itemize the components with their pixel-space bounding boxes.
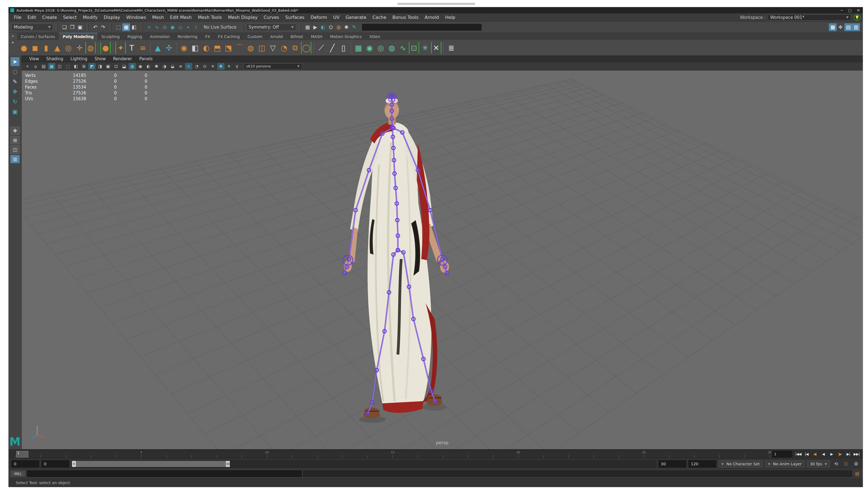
lock-camera-icon[interactable]: ⌂ [32, 63, 39, 70]
group-divider[interactable] [242, 24, 243, 31]
menu-display[interactable]: Display [101, 13, 123, 22]
quad-draw-icon[interactable]: ▦ [353, 42, 364, 54]
make-live-icon[interactable]: ⌖ [184, 23, 192, 31]
separate-icon[interactable]: ◧ [190, 42, 200, 54]
x-ray-joints-icon[interactable]: ✥ [217, 63, 224, 70]
light-editor-icon[interactable]: ✺ [343, 23, 350, 31]
channel-box-toggle[interactable]: ▥ [852, 23, 860, 31]
paint-select-tool[interactable]: ✎ [11, 77, 20, 86]
snap-point-icon[interactable]: ⊙ [161, 23, 169, 31]
play-backwards-button[interactable]: ◀ [819, 451, 827, 458]
group-divider[interactable] [110, 24, 112, 31]
paint-effects-icon[interactable]: ✎ [350, 23, 358, 31]
render-settings-icon[interactable]: ⛭ [327, 23, 335, 31]
panel-menu-view[interactable]: View [26, 56, 43, 61]
panel-menu-lighting[interactable]: Lighting [67, 56, 91, 61]
viewport-canvas[interactable]: Verts1418500Edges2752600Faces1353400Tris… [22, 70, 863, 449]
shelf-tab-animation[interactable]: Animation [146, 33, 174, 40]
menu-select[interactable]: Select [60, 13, 80, 22]
menu-windows[interactable]: Windows [123, 13, 149, 22]
poly-disc-icon[interactable]: ◍ [85, 42, 96, 54]
animation-end-field[interactable]: 120 [689, 460, 716, 467]
field-chart-icon[interactable]: ▣ [104, 63, 112, 70]
step-forward-frame-button[interactable]: ▶| [844, 451, 852, 458]
lasso-tool[interactable]: ◌ [11, 67, 20, 76]
gamma-icon[interactable]: γ [233, 63, 241, 70]
workspace-selector[interactable]: Workspace 001* ▼ [768, 14, 851, 21]
super-shape-icon[interactable]: ● [100, 42, 111, 54]
group-divider[interactable] [87, 24, 89, 31]
image-plane-icon[interactable]: ◫ [56, 63, 63, 70]
construction-plane-icon[interactable]: ▲ [153, 42, 163, 54]
menu-create[interactable]: Create [39, 13, 60, 22]
menu-generate[interactable]: Generate [343, 13, 369, 22]
use-all-lights-icon[interactable]: ✺ [153, 63, 160, 70]
menu-deform[interactable]: Deform [308, 13, 330, 22]
group-divider[interactable] [56, 24, 58, 31]
menu-uv[interactable]: UV [330, 13, 343, 22]
camera-attributes-icon[interactable]: ▤ [40, 63, 47, 70]
scale-tool[interactable]: ▣ [11, 107, 20, 116]
circularize-icon[interactable]: ◯ [301, 42, 311, 54]
safe-title-icon[interactable]: ⬓ [121, 63, 128, 70]
minimize-button[interactable]: ─ [841, 8, 843, 12]
layout-single-pane-button[interactable]: ✥ [10, 127, 20, 135]
poly-torus-icon[interactable]: ◎ [63, 42, 74, 54]
animation-start-field[interactable]: 0 [11, 460, 39, 467]
menu-edit[interactable]: Edit [24, 13, 39, 22]
combine-icon[interactable]: ◉ [179, 42, 189, 54]
render-current-frame-icon[interactable]: ▶ [311, 23, 319, 31]
select-object-icon[interactable]: ▦ [122, 23, 130, 31]
hypershade-icon[interactable]: ◍ [335, 23, 343, 31]
viewport-camera-selector[interactable]: sK10 persona ▼ [244, 63, 302, 69]
step-forward-key-button[interactable]: |▶ [836, 451, 844, 458]
select-tool[interactable]: ➤ [11, 57, 20, 66]
textured-icon[interactable]: ◐ [145, 63, 152, 70]
shadows-icon[interactable]: ◑ [161, 63, 168, 70]
platonic-solid-icon[interactable]: ✦ [115, 42, 126, 54]
exposure-icon[interactable]: ☀ [225, 63, 233, 70]
menu-curves[interactable]: Curves [260, 13, 282, 22]
move-tool[interactable]: ✥ [11, 87, 20, 96]
isolate-select-icon[interactable]: ⊙ [201, 63, 208, 70]
shelf-tab-rigging[interactable]: Rigging [124, 33, 146, 40]
range-slider[interactable]: 0 30 [71, 460, 656, 467]
menu-mesh-tools[interactable]: Mesh Tools [195, 13, 225, 22]
redo-icon[interactable]: ↷ [99, 23, 107, 31]
layout-two-pane-button[interactable]: ◫ [10, 146, 20, 154]
snap-grid-icon[interactable]: ⌗ [145, 23, 153, 31]
shelf-menu-column[interactable]: ▾★ [9, 33, 17, 56]
mel-input[interactable] [27, 470, 302, 477]
menu-mesh-display[interactable]: Mesh Display [225, 13, 260, 22]
shelf-tab-menu-icon[interactable]: ▾ [12, 34, 14, 38]
motion-blur-icon[interactable]: ≋ [177, 63, 184, 70]
safe-action-icon[interactable]: ⊡ [112, 63, 120, 70]
menu-bonus-tools[interactable]: Bonus Tools [389, 13, 422, 22]
multisample-icon[interactable]: ⌗ [185, 63, 192, 70]
two-d-pan-zoom-icon[interactable]: ⬚ [64, 63, 71, 70]
panel-menu-renderer[interactable]: Renderer [110, 56, 135, 61]
render-view-icon[interactable]: ▦ [304, 23, 311, 31]
menu-help[interactable]: Help [442, 13, 458, 22]
shelf-tab-poly-modeling[interactable]: Poly Modeling [59, 33, 98, 40]
modeling-toolkit-toggle[interactable]: ▦ [829, 23, 837, 31]
maximize-button[interactable]: ▢ [848, 8, 852, 12]
script-editor-icon[interactable]: ▤ [853, 470, 861, 477]
anim-layer-selector[interactable]: ▼ No Anim Layer [765, 460, 805, 467]
play-forwards-button[interactable]: ▶ [828, 451, 835, 458]
playback-end-field[interactable]: 30 [658, 460, 686, 467]
range-start-handle[interactable]: 0 [72, 461, 76, 467]
go-to-end-button[interactable]: ▶▶| [853, 451, 860, 458]
menu-cache[interactable]: Cache [369, 13, 390, 22]
locator-icon[interactable]: ✣ [164, 42, 174, 54]
connect-icon[interactable]: ╱ [327, 42, 337, 54]
current-time-field[interactable]: 1 [772, 451, 792, 457]
close-button[interactable]: ✕ [857, 8, 860, 12]
shelf-tab-curves-surfaces[interactable]: Curves / Surfaces [17, 33, 59, 40]
humanik-toggle[interactable]: ✥ [837, 23, 844, 31]
mirror-icon[interactable]: ◫ [256, 42, 267, 54]
poly-cone-icon[interactable]: ▲ [52, 42, 63, 54]
panel-menu-shading[interactable]: Shading [43, 56, 67, 61]
new-scene-icon[interactable]: ❏ [60, 23, 68, 31]
symmetry-toggle-icon[interactable]: ✕ [431, 42, 442, 54]
